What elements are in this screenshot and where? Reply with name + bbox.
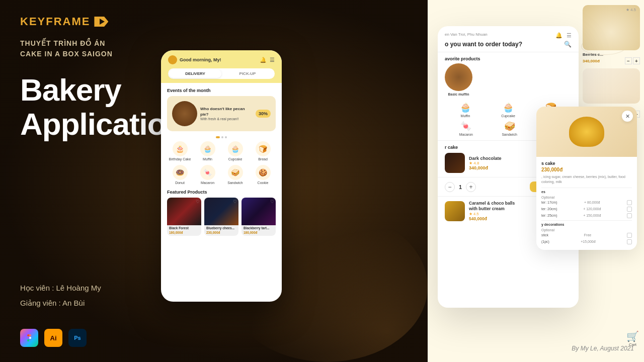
- screen1-body: Events of the month Who doesn't like pec…: [161, 83, 282, 294]
- s2-cat-macaron2[interactable]: 🍬 Macaron: [459, 121, 473, 136]
- cat-cupcake-label: Cupcake: [228, 157, 243, 161]
- cat-bread[interactable]: 🍞 Bread: [250, 141, 276, 161]
- berries-minus[interactable]: −: [625, 57, 632, 64]
- cat-sandwich[interactable]: 🥪 Sandwich: [222, 165, 248, 185]
- size-25-check[interactable]: [627, 213, 632, 218]
- close-button[interactable]: ✕: [622, 111, 633, 122]
- featured-card-3[interactable]: ♡ Blackberry tart... 180,000đ: [242, 198, 276, 236]
- s2-cupcake-label: Cupcake: [501, 114, 515, 118]
- cat-sandwich-label: Sandwich: [227, 181, 243, 185]
- s2-question: o you want to order today?: [445, 41, 522, 48]
- qty-plus[interactable]: +: [466, 182, 476, 192]
- size-17-check[interactable]: [627, 200, 632, 205]
- berries-name: Berries c...: [583, 52, 640, 57]
- s2-fav-row: Basic muffin: [438, 63, 579, 100]
- featured-card-1[interactable]: ♡ Black Forest 180,000đ: [167, 198, 201, 236]
- s2-muffin-label: Muffin: [461, 114, 470, 118]
- cat-cookie[interactable]: 🍪 Cookie: [250, 165, 276, 185]
- pd-size-20: ter: 20cm) + 120,000đ: [541, 207, 632, 212]
- sandwich-icon: 🥪: [228, 165, 243, 180]
- categories-row2: 🍩 Donut 🍬 Macaron 🥪 Sandwich 🍪 Cookie: [167, 165, 276, 185]
- screen1-topbar: Good morning, My! 🔔 ☰: [168, 55, 275, 64]
- s2-sandwich-label: Sandwich: [502, 133, 517, 136]
- blueberry-price: 230,000đ: [204, 231, 238, 236]
- cat-muffin-label: Muffin: [203, 157, 212, 161]
- deco-1pc-price: +15,000đ: [581, 240, 595, 243]
- size-25-label: ter: 25cm): [541, 214, 557, 217]
- left-panel: KEYFRAME THUYẾT TRÌNH ĐỒ ÁN CAKE IN A BO…: [0, 0, 428, 362]
- blueberry-label: Blueberry chees...: [204, 225, 238, 231]
- heart-icon-1[interactable]: ♡: [196, 199, 200, 204]
- subtitle-line1: THUYẾT TRÌNH ĐỒ ÁN: [20, 37, 408, 50]
- qty-row: − 1 +: [445, 182, 476, 192]
- promo-img: [172, 101, 197, 126]
- deco-1pc-label: (1pc): [541, 240, 549, 243]
- pd-cake-visual: [569, 117, 604, 147]
- donut-icon: 🍩: [173, 165, 188, 180]
- ps-icon: Ps: [68, 329, 87, 347]
- play-icon: [94, 17, 108, 27]
- screen1-mobile: Good morning, My! 🔔 ☰ DELIVERY PICK-UP E…: [161, 50, 282, 302]
- cat-cupcake[interactable]: 🧁 Cupcake: [222, 141, 248, 161]
- featured-card-2[interactable]: ♡ Blueberry chees... 230,000đ: [204, 198, 238, 236]
- product-detail-card: ✕ ♡ s cake 230,000đ , icing sugar, cream…: [536, 107, 637, 250]
- pd-desc: , icing sugar, cream cheese, berries (mi…: [541, 174, 632, 185]
- pd-name: s cake: [541, 161, 632, 166]
- s2-search-row: o you want to order today? 🔍: [445, 41, 572, 48]
- size-20-price: + 120,000đ: [583, 207, 601, 211]
- blackberry-price: 180,000đ: [242, 231, 276, 236]
- cookie-icon: 🍪: [256, 165, 271, 180]
- qty-minus[interactable]: −: [445, 182, 455, 192]
- cat-muffin[interactable]: 🧁 Muffin: [195, 141, 220, 161]
- right-panel: en Van Troi, Phu Nhuan 🔔 ☰ o you want to…: [428, 0, 644, 362]
- size-17-price: + 80,000đ: [584, 201, 600, 204]
- dots-indicator: [167, 136, 276, 138]
- berries-plus[interactable]: +: [633, 57, 640, 64]
- s2-menu-icon[interactable]: ☰: [567, 32, 572, 39]
- dot-2: [225, 136, 227, 138]
- s2-cat-cupcake[interactable]: 🧁 Cupcake: [501, 102, 515, 118]
- size-20-check[interactable]: [627, 207, 632, 212]
- cat-donut[interactable]: 🍩 Donut: [167, 165, 193, 185]
- berries-cake-img: ★ 4.5: [583, 5, 640, 50]
- pd-body: s cake 230,000đ , icing sugar, cream che…: [536, 157, 637, 250]
- cat-donut-label: Donut: [175, 181, 185, 185]
- dot-active: [216, 136, 220, 138]
- featured-row: ♡ Black Forest 180,000đ ♡ Blueberry chee…: [167, 198, 276, 236]
- size-17-label: ter: 17cm): [541, 201, 557, 204]
- s2-search-icon[interactable]: 🔍: [564, 41, 572, 48]
- cart-icon[interactable]: 🛒: [626, 330, 639, 342]
- menu-icon[interactable]: ☰: [270, 57, 275, 63]
- birthday-cake-icon: 🎂: [173, 141, 188, 156]
- heart-icon-2[interactable]: ♡: [233, 199, 237, 204]
- muffin-icon: 🧁: [200, 141, 215, 156]
- pd-deco-stick: stick Free: [541, 233, 632, 238]
- deco-stick-check[interactable]: [627, 233, 632, 238]
- s2-cat-sandwich2[interactable]: 🥪 Sandwich: [502, 121, 517, 136]
- logo-text: KEYFRAME: [20, 15, 90, 28]
- deco-stick-label: stick: [541, 233, 548, 237]
- cat-macaron[interactable]: 🍬 Macaron: [195, 165, 220, 185]
- cat-birthday-cake[interactable]: 🎂 Birthday Cake: [167, 141, 193, 161]
- black-forest-label: Black Forest: [167, 225, 201, 231]
- s2-cat-muffin[interactable]: 🧁 Muffin: [460, 102, 471, 118]
- tab-delivery[interactable]: DELIVERY: [169, 69, 221, 78]
- ai-icon: Ai: [44, 329, 62, 347]
- promo-badge: 30%: [256, 110, 271, 118]
- screen2-header: en Van Troi, Phu Nhuan 🔔 ☰ o you want to…: [438, 26, 579, 52]
- bell-icon[interactable]: 🔔: [260, 57, 267, 63]
- s2-fav-card-muffin[interactable]: Basic muffin: [445, 63, 472, 96]
- s2-fav-title: avorite products: [438, 52, 579, 63]
- pd-size-title: es: [541, 190, 632, 194]
- promo-banner[interactable]: Who doesn't like pecan pie? With fresh &…: [167, 96, 276, 131]
- cupcake-icon: 🧁: [228, 141, 243, 156]
- dark-choc-img: [445, 153, 465, 173]
- cat-bread-label: Bread: [258, 157, 268, 161]
- pd-deco-1pc: (1pc) +15,000đ: [541, 239, 632, 244]
- s2-bell-icon[interactable]: 🔔: [555, 32, 562, 39]
- tab-pickup[interactable]: PICK-UP: [221, 69, 274, 78]
- heart-icon-3[interactable]: ♡: [270, 199, 274, 204]
- pd-deco-title: y decorations: [541, 223, 632, 226]
- macaron-icon: 🍬: [200, 165, 215, 180]
- deco-1pc-check[interactable]: [627, 239, 632, 244]
